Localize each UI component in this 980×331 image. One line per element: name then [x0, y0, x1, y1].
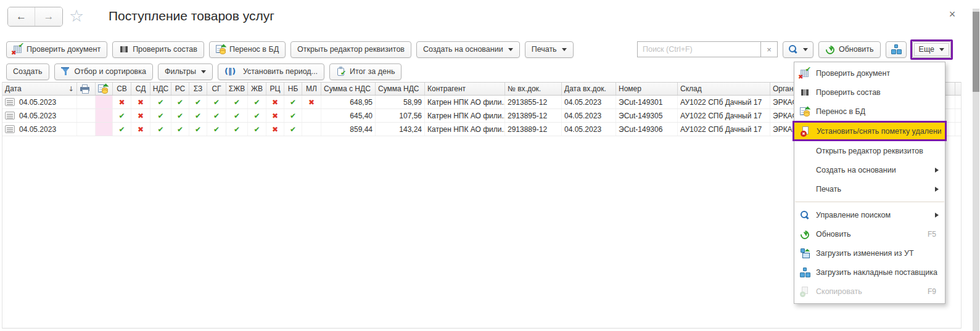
column-label-f6: ΣЖВ — [229, 84, 245, 93]
cell-transfer — [96, 123, 113, 136]
menu-item-check-document[interactable]: Проверить документ — [794, 63, 945, 83]
check-mark-icon: ✔ — [234, 125, 240, 134]
check-document-button[interactable]: Проверить документ — [6, 41, 107, 58]
column-header-f4[interactable]: ΣЗ — [189, 83, 207, 95]
application-window: ← → ☆ Поступление товаров услуг × Провер… — [0, 0, 980, 331]
favorite-star-icon[interactable]: ☆ — [69, 6, 84, 25]
column-header-incoming_no[interactable]: № вх.док. — [505, 83, 562, 95]
column-label-f5: СГ — [212, 84, 221, 93]
column-header-f7[interactable]: ЖВ — [248, 83, 266, 95]
more-button[interactable]: Еще — [912, 41, 951, 58]
create-label: Создать — [13, 67, 43, 76]
search-options-button[interactable] — [783, 41, 813, 58]
menu-item-transfer-db[interactable]: Перенос в БД — [794, 102, 945, 121]
menu-item-print[interactable]: Печать — [794, 179, 945, 198]
cell-text: Катрен НПК АО фили... — [427, 112, 505, 120]
check-mark-icon: ✔ — [118, 125, 125, 134]
cell-f6: ✔ — [226, 109, 248, 122]
cell-f7: ✔ — [248, 109, 266, 122]
back-button[interactable]: ← — [8, 7, 35, 26]
column-header-f5[interactable]: СГ — [207, 83, 226, 95]
column-header-warehouse[interactable]: Склад — [678, 83, 770, 95]
vertical-scrollbar[interactable] — [973, 9, 979, 331]
column-label-warehouse: Склад — [680, 84, 702, 93]
check-mark-icon: ✔ — [213, 125, 220, 134]
column-header-f6[interactable]: ΣЖВ — [226, 83, 248, 95]
set-period-button[interactable]: Установить период... — [218, 63, 324, 80]
print-button[interactable]: Печать — [525, 41, 574, 58]
cell-f2: ✔ — [150, 96, 171, 108]
menu-item-search-management[interactable]: Управление поиском — [794, 205, 945, 224]
cell-text: 04.05.2023 — [564, 112, 601, 120]
cell-text: 58,99 — [403, 98, 422, 107]
cell-f1: ✖ — [131, 96, 150, 108]
menu-item-label: Создать на основании — [816, 166, 896, 174]
menu-item-check-contents[interactable]: Проверить состав — [794, 83, 945, 102]
menu-item-label: Установить/снять пометку удаления — [817, 127, 941, 136]
cell-f0: ✔ — [113, 123, 131, 136]
menu-item-refresh[interactable]: ОбновитьF5 — [794, 224, 945, 243]
cell-f8: ✖ — [266, 109, 284, 122]
day-total-button[interactable]: Итог за день — [329, 63, 401, 80]
cell-number: ЭCut-149306 — [616, 123, 678, 136]
menu-item-shortcut: F5 — [928, 230, 941, 239]
cell-text: 143,24 — [399, 125, 422, 134]
transfer-db-button[interactable]: Перенос в БД — [209, 41, 286, 58]
column-header-f0[interactable]: СВ — [113, 83, 131, 95]
sort-down-icon: ↓ — [68, 85, 74, 93]
refresh-button[interactable]: Обновить — [818, 41, 881, 58]
cell-f4: ✔ — [189, 123, 207, 136]
filters-button[interactable]: Фильтры — [158, 63, 213, 80]
cross-mark-icon: ✖ — [272, 98, 278, 107]
column-header-f10[interactable]: МЛ — [302, 83, 321, 95]
cell-number: ЭCut-149301 — [616, 96, 678, 108]
column-header-incoming_date[interactable]: Дата вх.док. — [562, 83, 616, 95]
filter-sort-button[interactable]: Отбор и сортировка — [54, 63, 153, 80]
column-header-f3[interactable]: РС — [171, 83, 189, 95]
scrollbar-thumb[interactable] — [973, 12, 979, 92]
check-contents-button[interactable]: Проверить состав — [112, 41, 204, 58]
cell-f9: ✔ — [284, 123, 302, 136]
column-header-f8[interactable]: РЦ — [266, 83, 284, 95]
clear-x-icon: × — [767, 45, 772, 54]
menu-item-label: Обновить — [816, 230, 851, 239]
more-dropdown-menu: Проверить документПроверить составПерено… — [794, 62, 945, 304]
cell-contractor: Катрен НПК АО фили... — [425, 96, 505, 108]
column-header-number[interactable]: Номер — [616, 83, 678, 95]
check-mark-icon: ✔ — [157, 112, 163, 120]
filter-sort-label: Отбор и сортировка — [75, 67, 146, 76]
search-input[interactable] — [637, 41, 760, 57]
menu-separator — [795, 202, 944, 202]
column-header-transfer[interactable] — [96, 83, 113, 95]
load-supplier-invoices-button[interactable] — [886, 41, 907, 58]
menu-item-load-changes-ut[interactable]: Загрузить изменения из УТ — [794, 243, 945, 263]
menu-item-create-based-on[interactable]: Создать на основании — [794, 160, 945, 179]
create-based-on-button[interactable]: Создать на основании — [416, 41, 520, 58]
menu-item-load-supplier-invoices[interactable]: Загрузить накладные поставщика — [794, 263, 945, 282]
menu-item-open-attr-editor[interactable]: Открыть редактор реквизитов — [794, 141, 945, 160]
menu-item-toggle-delete-mark[interactable]: Установить/снять пометку удаления — [793, 121, 947, 141]
menu-item-copy[interactable]: СкопироватьF9 — [794, 282, 945, 301]
close-button[interactable]: × — [944, 6, 960, 22]
column-header-f2[interactable]: НДС — [150, 83, 171, 95]
open-attr-editor-button[interactable]: Открыть редактор реквизитов — [290, 41, 411, 58]
create-button[interactable]: Создать — [6, 63, 49, 80]
check-mark-icon: ✔ — [234, 112, 240, 120]
transfer-db-icon — [98, 84, 108, 94]
column-header-date[interactable]: Дата↓ — [2, 83, 77, 95]
column-header-f1[interactable]: СД — [131, 83, 150, 95]
cell-transfer — [96, 96, 113, 108]
forward-button[interactable]: → — [35, 7, 62, 26]
column-header-sum_with_vat[interactable]: Сумма с НДС — [321, 83, 376, 95]
cross-mark-icon: ✖ — [272, 125, 278, 134]
check-mark-icon: ✔ — [157, 98, 163, 107]
copy-icon — [800, 287, 810, 296]
column-header-vat_sum[interactable]: Сумма НДС — [376, 83, 425, 95]
column-header-contractor[interactable]: Контрагент — [425, 83, 505, 95]
check-contents-icon — [800, 88, 810, 97]
column-header-print[interactable] — [77, 83, 96, 95]
column-header-f9[interactable]: НБ — [284, 83, 302, 95]
cell-warehouse: АУ1022 СПб Дачный 17 — [678, 96, 770, 108]
search-clear-button[interactable]: × — [760, 41, 778, 57]
submenu-arrow-icon — [935, 213, 939, 218]
